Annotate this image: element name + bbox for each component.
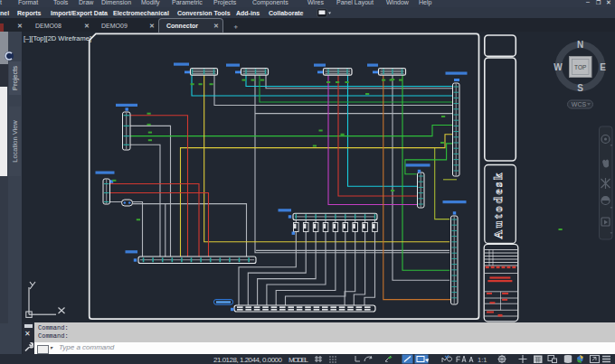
svg-text:W: W bbox=[554, 62, 563, 72]
svg-text:1:1: 1:1 bbox=[478, 356, 487, 364]
svg-text:Location View: Location View bbox=[11, 120, 19, 163]
svg-text:WCS: WCS bbox=[572, 101, 587, 107]
svg-text:Projects: Projects bbox=[11, 66, 19, 90]
svg-text:MODEL: MODEL bbox=[289, 356, 309, 364]
svg-text:21.0128, 1.2044, 0.0000: 21.0128, 1.2044, 0.0000 bbox=[213, 356, 283, 364]
svg-text:[–][Top][2D Wireframe]: [–][Top][2D Wireframe] bbox=[24, 34, 91, 42]
svg-text:N: N bbox=[577, 40, 583, 50]
svg-text:TOP: TOP bbox=[574, 64, 586, 70]
svg-text:S: S bbox=[577, 83, 583, 93]
svg-text:E: E bbox=[600, 62, 606, 72]
svg-text:Autodesk: Autodesk bbox=[491, 173, 505, 238]
